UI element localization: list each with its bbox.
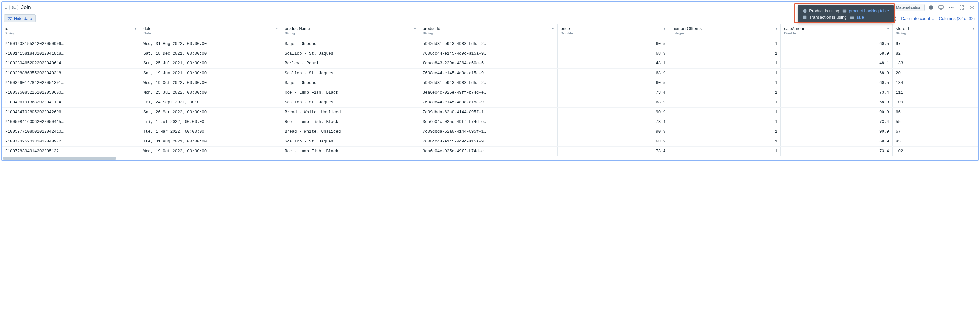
table-row[interactable]: P1002304652022022040614…Sun, 25 Jul 2021… xyxy=(2,59,978,68)
table-row[interactable]: P1002988863552022040318…Sat, 19 Jun 2021… xyxy=(2,68,978,78)
column-header-productName[interactable]: productNameString▼ xyxy=(282,24,420,39)
column-header-id[interactable]: idString▼ xyxy=(2,24,140,39)
column-header-productId[interactable]: productIdString▼ xyxy=(419,24,557,39)
table-cell: 60.5 xyxy=(557,78,669,88)
tooltip-row-product: Product is using: product backing table xyxy=(803,8,889,14)
chevron-down-icon[interactable]: ▼ xyxy=(775,27,778,30)
chevron-down-icon[interactable]: ▼ xyxy=(275,27,278,30)
table-row[interactable]: P1005977108002022042410…Tue, 1 Mar 2022,… xyxy=(2,127,978,137)
tooltip-row-transaction: Transaction is using: sale xyxy=(803,14,889,20)
table-row[interactable]: P1007742520332022040922…Tue, 31 Aug 2021… xyxy=(2,137,978,147)
table-cell: 134 xyxy=(892,78,978,88)
table-cell: 1 xyxy=(669,127,781,137)
table-cell: Roe - Lump Fish, Black xyxy=(282,117,420,127)
hide-data-button[interactable]: Hide data xyxy=(4,14,36,22)
table-cell: Scallop - St. Jaques xyxy=(282,68,420,78)
table-cell: 60.5 xyxy=(781,78,892,88)
table-row[interactable]: P1004847028052022042606…Sat, 26 Mar 2022… xyxy=(2,107,978,117)
table-cell: 3ea6e04c-025e-49ff-b74d-e… xyxy=(419,88,557,97)
gear-icon[interactable] xyxy=(926,3,935,11)
column-type: String xyxy=(5,31,137,35)
close-icon[interactable] xyxy=(968,4,976,11)
table-cell: Scallop - St. Jaques xyxy=(282,97,420,107)
svg-point-7 xyxy=(950,7,950,8)
table-cell: 73.4 xyxy=(557,147,669,156)
columns-link[interactable]: Columns (32 of 32) xyxy=(939,16,975,21)
table-row[interactable]: P1001403155242022050906…Wed, 31 Aug 2022… xyxy=(2,39,978,49)
column-type: String xyxy=(896,31,975,35)
column-header-saleAmount[interactable]: saleAmountDouble▼ xyxy=(781,24,892,39)
column-name: id xyxy=(5,26,137,31)
chevron-down-icon[interactable]: ▼ xyxy=(886,27,890,30)
table-row[interactable]: P1004067913682022041114…Fri, 24 Sept 202… xyxy=(2,97,978,107)
table-cell: 55 xyxy=(892,117,978,127)
table-cell: 7c09dbda-62a0-4144-895f-1… xyxy=(419,127,557,137)
table-row[interactable]: P1001415818432022041818…Sat, 18 Dec 2021… xyxy=(2,49,978,59)
table-row[interactable]: P1003460147842022051301…Wed, 19 Oct 2022… xyxy=(2,78,978,88)
column-type: Double xyxy=(784,31,890,35)
more-icon[interactable] xyxy=(947,3,956,11)
table-cell: 68.9 xyxy=(781,97,892,107)
table-row[interactable]: P1003750832262022050600…Mon, 25 Jul 2022… xyxy=(2,88,978,97)
table-cell: P1004847028052022042606… xyxy=(2,107,140,117)
table-cell: 90.9 xyxy=(781,127,892,137)
column-header-storeId[interactable]: storeIdString▼ xyxy=(892,24,978,39)
chevron-down-icon[interactable]: ▼ xyxy=(134,27,137,30)
table-cell: 3ea6e04c-025e-49ff-b74d-e… xyxy=(419,117,557,127)
table-cell: Roe - Lump Fish, Black xyxy=(282,147,420,156)
table-cell: 133 xyxy=(892,59,978,68)
column-type: Date xyxy=(143,31,278,35)
table-cell: P1002988863552022040318… xyxy=(2,68,140,78)
monitor-icon[interactable] xyxy=(937,3,945,11)
column-name: storeId xyxy=(896,26,975,31)
column-header-date[interactable]: dateDate▼ xyxy=(140,24,282,39)
table-cell: 1 xyxy=(669,78,781,88)
table-cell: 102 xyxy=(892,147,978,156)
table-cell: fcaec843-229a-4364-a50c-5… xyxy=(419,59,557,68)
calculate-count-link[interactable]: Calculate count… xyxy=(901,16,934,21)
table-cell: Sage - Ground xyxy=(282,78,420,88)
table-cell: Sage - Ground xyxy=(282,39,420,49)
object-icon xyxy=(803,15,807,19)
svg-point-8 xyxy=(951,7,952,8)
materialization-button[interactable]: Materialization xyxy=(892,4,925,11)
column-name: productName xyxy=(285,26,417,31)
table-cell: P1005977108002022042410… xyxy=(2,127,140,137)
table-cell: Roe - Lump Fish, Black xyxy=(282,88,420,97)
table-cell: 68.9 xyxy=(557,49,669,59)
table-cell: a942dd31-e943-4983-bd5a-2… xyxy=(419,39,557,49)
chevron-down-icon[interactable]: ▼ xyxy=(413,27,417,30)
table-cell: 1 xyxy=(669,147,781,156)
table-cell: 7608cc44-e145-4d9c-a15a-9… xyxy=(419,137,557,147)
chevron-down-icon[interactable]: ▼ xyxy=(551,27,555,30)
table-cell: 1 xyxy=(669,97,781,107)
tooltip-transaction-link[interactable]: sale xyxy=(856,14,864,19)
column-header-price[interactable]: priceDouble▼ xyxy=(557,24,669,39)
chevron-down-icon[interactable]: ▼ xyxy=(663,27,666,30)
scrollbar-thumb[interactable] xyxy=(3,157,116,160)
table-cell: Bread - White, Unsliced xyxy=(282,107,420,117)
table-cell: Scallop - St. Jaques xyxy=(282,137,420,147)
table-cell: 68.9 xyxy=(781,137,892,147)
column-type: Integer xyxy=(672,31,778,35)
tooltip-product-link[interactable]: product backing table xyxy=(849,8,889,13)
table-row[interactable]: P1005084160062022050415…Fri, 1 Jul 2022,… xyxy=(2,117,978,127)
table-cell: P1004067913682022041114… xyxy=(2,97,140,107)
table-cell: 1 xyxy=(669,49,781,59)
svg-rect-2 xyxy=(803,15,807,19)
join-panel: Product is using: product backing table … xyxy=(1,1,979,161)
data-table: idString▼dateDate▼productNameString▼prod… xyxy=(2,24,978,156)
table-row[interactable]: P1007783949142022051321…Wed, 19 Oct 2022… xyxy=(2,147,978,156)
horizontal-scrollbar[interactable] xyxy=(2,156,978,160)
column-type: Double xyxy=(561,31,667,35)
table-cell: 68.9 xyxy=(781,68,892,78)
table-cell: Tue, 31 Aug 2021, 00:00:00 xyxy=(140,137,282,147)
chevron-down-icon[interactable]: ▼ xyxy=(972,27,975,30)
column-header-numberOfItems[interactable]: numberOfItemsInteger▼ xyxy=(669,24,781,39)
expand-icon[interactable] xyxy=(957,3,966,11)
table-cell: Tue, 1 Mar 2022, 00:00:00 xyxy=(140,127,282,137)
dataset-usage-tooltip: Product is using: product backing table … xyxy=(798,5,894,24)
column-type: String xyxy=(423,31,555,35)
table-header-row: idString▼dateDate▼productNameString▼prod… xyxy=(2,24,978,39)
drag-handle-icon[interactable]: ⠿ xyxy=(4,5,8,10)
